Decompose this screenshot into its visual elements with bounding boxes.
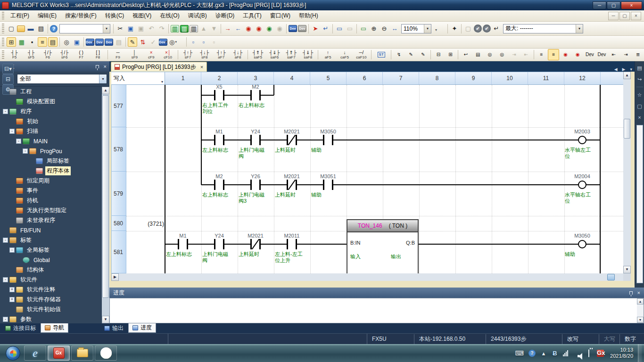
navigation-scrollbar[interactable]: ▲ ▼ bbox=[102, 87, 109, 323]
mdi-close-button[interactable]: × bbox=[631, 12, 641, 20]
tree-item-初始[interactable]: 初始 bbox=[0, 116, 102, 126]
tree-item-FB/FUN[interactable]: FB/FUN bbox=[0, 225, 102, 235]
new-project-icon[interactable]: ▢ bbox=[7, 24, 16, 33]
max-combo[interactable]: 最大: -------▾ bbox=[503, 24, 583, 33]
paste-icon[interactable]: ▣ bbox=[136, 24, 146, 33]
rung-number[interactable]: 577 bbox=[111, 85, 126, 127]
device-batch-monitor-2-icon[interactable]: ◉ bbox=[254, 24, 264, 33]
device-batch-monitor-3-icon[interactable]: ◉ bbox=[264, 24, 274, 33]
contact-M2011[interactable] bbox=[287, 239, 297, 249]
edit-coil-button[interactable]: ✎ bbox=[418, 49, 429, 60]
expand-icon[interactable]: + bbox=[9, 297, 15, 302]
insert-mode-icon[interactable]: ✎ bbox=[128, 37, 137, 47]
rung-number[interactable]: 580 bbox=[111, 216, 126, 231]
contact-M3051[interactable] bbox=[323, 180, 333, 190]
tab-close-icon[interactable]: × bbox=[200, 64, 203, 70]
convert-check-2-icon[interactable]: ✔ bbox=[483, 25, 491, 33]
show-desktop-button[interactable] bbox=[638, 344, 642, 362]
collapse-icon[interactable]: - bbox=[16, 139, 21, 144]
contact-M2021[interactable] bbox=[250, 239, 261, 249]
redo-icon[interactable]: ↷ bbox=[157, 24, 166, 33]
tab-navigation[interactable]: 导航 bbox=[41, 323, 68, 333]
keyboard-icon[interactable]: ⌨ bbox=[515, 350, 524, 357]
dev-eye-dropdown-icon[interactable]: Dev▾ bbox=[159, 39, 167, 46]
rung-number[interactable]: 578 bbox=[111, 127, 126, 172]
find-binoculars-icon[interactable]: ◎ bbox=[62, 37, 71, 47]
menu-item-4[interactable]: 视图(V) bbox=[128, 11, 156, 20]
dev-comment-dropdown-icon[interactable]: Dev▾ bbox=[86, 39, 94, 46]
tree-item-软元件存储器[interactable]: +软元件存储器 bbox=[0, 295, 102, 304]
tree-option-dropdown-icon[interactable]: ⊟▾ bbox=[2, 64, 14, 74]
find-doc-red-2-button[interactable]: ◉ bbox=[572, 49, 583, 60]
tree-item-软元件注释[interactable]: +软元件注释 bbox=[0, 285, 102, 295]
search-doc-1-button[interactable]: ◎ bbox=[484, 49, 495, 60]
fit-width-icon[interactable]: ↔ bbox=[390, 24, 399, 33]
inline-st-box-button[interactable]: ST bbox=[373, 49, 389, 60]
menu-item-8[interactable]: 工具(T) bbox=[239, 11, 265, 20]
tree-item-恒定周期[interactable]: 恒定周期 bbox=[0, 176, 102, 186]
search-doc-2-button[interactable]: ◎ bbox=[496, 49, 508, 60]
step-run-icon[interactable]: ➤ bbox=[311, 24, 320, 33]
rung-number[interactable]: 579 bbox=[111, 172, 126, 216]
invert-result-rising-button[interactable]: ↑aF5 bbox=[320, 49, 336, 60]
scrollbar-thumb[interactable] bbox=[102, 95, 109, 298]
function-block-TON_146[interactable]: TON_146( TON )B:INQ:B输入输出 bbox=[347, 219, 419, 273]
rung-number[interactable]: 581 bbox=[111, 231, 126, 273]
contact-X5[interactable] bbox=[214, 90, 224, 100]
close-icon[interactable]: × bbox=[637, 290, 640, 296]
coil-M3050[interactable] bbox=[578, 240, 586, 248]
tree-item-MAIN[interactable]: -MAIN bbox=[0, 136, 102, 146]
tree-item-程序本体[interactable]: 程序本体 bbox=[0, 166, 102, 176]
falling-pulse-button[interactable]: ┤↓├sF8 bbox=[197, 49, 212, 60]
ladder-canvas[interactable]: 577X5右上料工件 到位M2右上料标志578M1左上料标志Y24上料门电磁 阀… bbox=[111, 85, 623, 273]
zoom-combo[interactable]: 110%▾ bbox=[401, 24, 431, 33]
io-check-icon[interactable]: ⇅ bbox=[138, 37, 148, 47]
collapse-icon[interactable]: - bbox=[9, 129, 15, 134]
read-from-plc-icon[interactable]: ← bbox=[233, 24, 243, 33]
print-icon[interactable]: ▤ bbox=[36, 24, 46, 33]
parallel-closed-contact-button[interactable]: ┤/├sF6 bbox=[57, 49, 72, 60]
device-search-dropdown-icon[interactable]: ◎▾ bbox=[168, 37, 178, 47]
menu-item-1[interactable]: 编辑(E) bbox=[33, 11, 61, 20]
tray-expand-icon[interactable]: ▴ bbox=[540, 350, 547, 357]
menu-item-3[interactable]: 转换(C) bbox=[101, 11, 129, 20]
copy-icon[interactable]: ▣ bbox=[126, 24, 135, 33]
invert-operation-button[interactable]: ─/caF10 bbox=[354, 49, 369, 60]
scrollbar-thumb[interactable] bbox=[607, 274, 615, 280]
tree-item-局部标签[interactable]: 局部标签 bbox=[0, 156, 102, 166]
list-insert-button[interactable]: ⇥ bbox=[509, 49, 520, 60]
parallel-falling-pulse-close-button[interactable]: ┤⇓├saF8 bbox=[300, 49, 316, 60]
zoom-in-icon[interactable]: ⊕ bbox=[369, 24, 379, 33]
module-configuration-icon[interactable]: ▦ bbox=[17, 37, 26, 47]
convert-check-1-icon[interactable]: ✔ bbox=[474, 25, 482, 33]
program-list-2-icon[interactable]: ▤ bbox=[48, 37, 58, 47]
bluetooth-icon[interactable]: Ƀ bbox=[552, 350, 558, 357]
menu-item-6[interactable]: 调试(B) bbox=[184, 11, 211, 20]
list-lines-button[interactable]: ≣ bbox=[632, 49, 644, 60]
contact-M1[interactable] bbox=[178, 239, 188, 249]
help-tray-icon[interactable]: ? bbox=[528, 350, 536, 357]
selection-pane-arrow-icon[interactable]: ↪ bbox=[636, 75, 644, 83]
undo-icon[interactable]: ↶ bbox=[147, 24, 156, 33]
contact-Y24[interactable] bbox=[250, 135, 261, 145]
scroll-down-icon[interactable]: ▼ bbox=[102, 316, 109, 323]
contact-M2021[interactable] bbox=[287, 180, 297, 190]
mdi-restore-button[interactable]: ▢ bbox=[619, 12, 630, 20]
dev-find-color-button[interactable]: Dev bbox=[596, 49, 608, 60]
delete-vertical-line-button[interactable]: ×│cF10 bbox=[160, 49, 175, 60]
coil-button[interactable]: ( )F7 bbox=[73, 49, 89, 60]
tab-output[interactable]: 输出 bbox=[100, 323, 127, 333]
taskbar-browser-360[interactable] bbox=[95, 346, 117, 361]
write-check-icon[interactable]: ✓ bbox=[149, 37, 158, 47]
toolbar-overflow[interactable]: ▾ bbox=[433, 25, 439, 34]
dock-window-2-icon[interactable]: ▫ bbox=[199, 37, 208, 47]
indent-right-button[interactable]: ⇥ bbox=[620, 49, 632, 60]
tree-item-工程[interactable]: 工程 bbox=[0, 87, 102, 97]
save-project-icon[interactable]: ▬ bbox=[26, 24, 35, 33]
editor-vertical-scrollbar[interactable]: ▲ ▼ bbox=[623, 72, 631, 273]
cut-icon[interactable]: ✂ bbox=[116, 24, 125, 33]
tab-scroll-left-icon[interactable]: ◀ bbox=[614, 67, 618, 72]
ladder-return-icon[interactable]: ↵ bbox=[321, 24, 330, 33]
tree-item-程序[interactable]: -程序 bbox=[0, 107, 102, 116]
vertical-line-button[interactable]: │sF9 bbox=[127, 49, 142, 60]
